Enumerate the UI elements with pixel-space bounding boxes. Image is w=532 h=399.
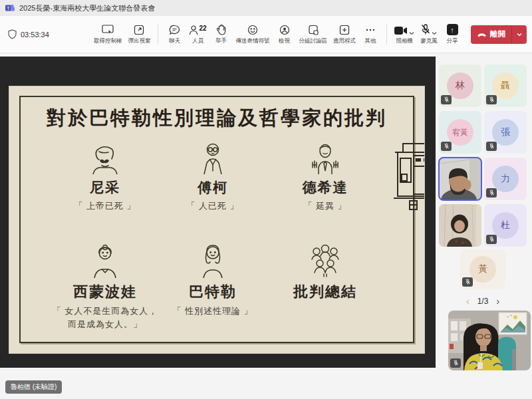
more-options-button[interactable]: 其他 bbox=[359, 21, 382, 47]
printing-press-illustration bbox=[394, 138, 424, 213]
beauvoir-portrait-icon bbox=[88, 243, 122, 278]
view-icon bbox=[279, 23, 290, 35]
popout-icon bbox=[134, 23, 144, 35]
slide-title: 對於巴特勒性別理論及哲學家的批判 bbox=[9, 105, 424, 132]
view-button[interactable]: 檢視 bbox=[273, 21, 296, 47]
participant-tile[interactable]: 黃 bbox=[460, 249, 505, 289]
send-reaction-button[interactable]: 傳送表情符號 bbox=[233, 21, 273, 47]
hang-up-icon bbox=[477, 32, 487, 37]
mic-muted-badge-icon bbox=[450, 358, 461, 368]
page-next-chevron[interactable]: › bbox=[496, 296, 499, 306]
mic-muted-icon bbox=[421, 24, 430, 35]
webcam-video bbox=[439, 204, 481, 247]
figure-critique-summary: 批判總結 bbox=[265, 243, 385, 305]
toolbar-divider bbox=[386, 25, 387, 45]
participant-tile[interactable]: 聶 bbox=[484, 65, 527, 107]
share-button[interactable]: ↑ 分享 bbox=[441, 21, 464, 47]
participants-pagination: ‹ 1/3 › bbox=[439, 296, 527, 306]
microphone-button[interactable]: 麥克風 bbox=[418, 21, 440, 47]
camera-button[interactable]: 照相機 bbox=[392, 21, 417, 47]
monitor-cursor-icon bbox=[102, 23, 114, 35]
teams-meeting-window: T 2025長榮-東海兩校大學生論文聯合發表會 03:53:34 取得控制權 彈… bbox=[0, 0, 532, 399]
raised-hand-icon bbox=[217, 23, 226, 35]
group-people-icon bbox=[307, 243, 343, 278]
toolbar-divider bbox=[158, 25, 158, 45]
participant-tile[interactable]: 張 bbox=[484, 111, 527, 154]
people-count-badge: 22 bbox=[199, 25, 206, 32]
participant-tile[interactable]: 力 bbox=[484, 158, 527, 200]
ellipsis-icon bbox=[365, 23, 376, 35]
participant-tile[interactable]: 宥黃 bbox=[439, 111, 481, 154]
webcam-video bbox=[439, 158, 481, 200]
nietzsche-portrait-icon bbox=[89, 142, 121, 174]
participant-video[interactable] bbox=[439, 204, 481, 247]
leave-options-chevron[interactable] bbox=[511, 25, 527, 44]
breakout-rooms-button[interactable]: 分組討論區 bbox=[297, 21, 331, 47]
meeting-timer: 03:53:34 bbox=[21, 31, 49, 39]
participant-video-active-speaker[interactable] bbox=[439, 158, 481, 200]
participant-tile[interactable]: 杜 bbox=[484, 204, 527, 247]
mic-muted-badge-icon bbox=[486, 95, 497, 104]
mic-muted-badge-icon bbox=[462, 277, 473, 287]
mic-muted-badge-icon bbox=[441, 95, 452, 104]
raise-hand-button[interactable]: 舉手 bbox=[210, 21, 233, 47]
smiley-icon bbox=[247, 23, 258, 35]
figure-derrida: 德希達 「 延異 」 bbox=[265, 142, 385, 213]
breakout-rooms-icon bbox=[308, 23, 319, 35]
chevron-down-icon[interactable] bbox=[409, 31, 414, 35]
avatar: 黃 bbox=[469, 256, 496, 283]
mic-muted-badge-icon bbox=[441, 142, 452, 151]
popout-window-button[interactable]: 彈出視窗 bbox=[125, 21, 153, 47]
window-title: 2025長榮-東海兩校大學生論文聯合發表會 bbox=[19, 3, 155, 13]
presenter-name-badge: 魯柏德 (未驗證) bbox=[5, 380, 62, 394]
mic-muted-badge-icon bbox=[486, 235, 497, 244]
chat-button[interactable]: 聊天 bbox=[163, 21, 186, 47]
share-screen-icon: ↑ bbox=[447, 24, 458, 35]
apps-plus-icon bbox=[339, 23, 350, 35]
mic-muted-badge-icon bbox=[486, 142, 497, 151]
chevron-down-icon[interactable] bbox=[432, 31, 437, 35]
figure-nietzsche: 尼采 「 上帝已死 」 bbox=[45, 142, 165, 213]
participant-tile[interactable]: 林 bbox=[439, 65, 481, 107]
foucault-portrait-icon bbox=[198, 142, 228, 174]
mic-muted-badge-icon bbox=[486, 188, 497, 198]
people-icon bbox=[189, 25, 198, 35]
teams-logo-icon: T bbox=[5, 3, 15, 13]
leave-button[interactable]: 離開 bbox=[471, 25, 527, 44]
chat-bubble-icon bbox=[169, 23, 180, 35]
meeting-main-area: 對於巴特勒性別理論及哲學家的批判 尼采 「 上帝已死 」 傅柯 「 人已死 」 bbox=[0, 53, 532, 399]
window-titlebar[interactable]: T 2025長榮-東海兩校大學生論文聯合發表會 bbox=[0, 0, 532, 16]
page-indicator: 1/3 bbox=[477, 297, 489, 306]
figure-butler: 巴特勒 「 性別述性理論 」 bbox=[153, 243, 273, 318]
page-prev-chevron[interactable]: ‹ bbox=[466, 296, 469, 306]
presentation-stage: 對於巴特勒性別理論及哲學家的批判 尼采 「 上帝已死 」 傅柯 「 人已死 」 bbox=[0, 57, 436, 368]
svg-text:T: T bbox=[7, 6, 10, 11]
figure-foucault: 傅柯 「 人已死 」 bbox=[153, 142, 273, 213]
people-button[interactable]: 22 人員 bbox=[186, 21, 209, 47]
figure-beauvoir: 西蒙波娃 「 女人不是生而為女人， 而是成為女人。」 bbox=[45, 243, 165, 331]
meeting-toolbar: 03:53:34 取得控制權 彈出視窗 聊天 bbox=[0, 16, 532, 53]
shared-slide: 對於巴特勒性別理論及哲學家的批判 尼采 「 上帝已死 」 傅柯 「 人已死 」 bbox=[9, 86, 424, 353]
take-control-button[interactable]: 取得控制權 bbox=[91, 21, 125, 47]
derrida-portrait-icon bbox=[309, 142, 342, 174]
shield-icon bbox=[8, 29, 17, 39]
apps-button[interactable]: 應用程式 bbox=[331, 21, 358, 47]
camera-icon bbox=[394, 26, 408, 35]
butler-portrait-icon bbox=[196, 243, 230, 278]
spotlight-participant-video[interactable] bbox=[448, 311, 531, 370]
